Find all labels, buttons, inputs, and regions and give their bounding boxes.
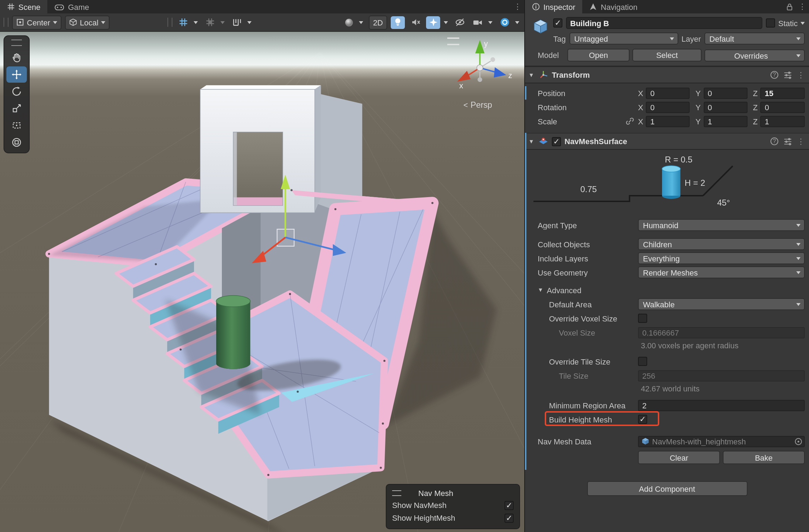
pivot-mode-dropdown[interactable]: Center [12,15,61,29]
help-icon[interactable]: ? [770,71,779,79]
static-dropdown-arrow[interactable] [801,22,805,24]
legend-drag-handle-icon[interactable] [392,490,401,496]
agent-type-dropdown[interactable]: Humanoid [638,219,805,231]
2d-mode-button[interactable]: 2D [369,15,387,29]
position-x-field[interactable]: 0 [646,87,690,99]
camera-dropdown-arrow[interactable] [486,16,494,29]
show-heightmesh-checkbox[interactable] [504,513,514,522]
building-model[interactable] [48,85,433,521]
gizmo-z-label[interactable]: z [508,71,512,80]
green-cylinder[interactable] [216,296,250,369]
tool-palette-handle[interactable] [11,40,22,46]
link-scale-icon[interactable] [625,117,634,126]
shading-mode-button[interactable] [342,16,356,29]
clear-button[interactable]: Clear [638,451,720,464]
scene-lighting-button[interactable] [391,16,405,29]
position-z-field[interactable]: 15 [761,87,805,99]
model-select-button[interactable]: Select [632,49,702,61]
tag-value: Untagged [574,35,608,43]
grid-dropdown-arrow[interactable] [192,16,200,29]
scene-toolbar: Center Local 2D [0,13,524,32]
snap-settings-button[interactable] [203,16,217,29]
component-tools-button[interactable] [497,16,512,29]
navmeshsurface-enabled-checkbox[interactable] [552,137,561,146]
scene-visibility-button[interactable] [453,16,467,29]
snap-increment-dropdown-arrow[interactable] [246,16,253,29]
gameobject-active-checkbox[interactable] [553,18,562,28]
model-prefab-icon[interactable] [528,16,553,45]
gameobject-name-field[interactable]: Building B [566,17,763,29]
model-open-button[interactable]: Open [567,49,630,61]
tab-scene[interactable]: Scene [0,0,47,13]
view-hand-tool[interactable] [6,49,27,66]
inspector-menu-icon[interactable]: ⋮ [798,3,806,11]
collect-objects-dropdown[interactable]: Children [638,238,805,250]
override-tile-size-checkbox[interactable] [638,357,647,366]
rotation-z-field[interactable]: 0 [761,101,805,113]
axis-x-label: X [638,103,643,111]
build-height-mesh-checkbox[interactable] [638,415,647,424]
use-geometry-dropdown[interactable]: Render Meshes [638,266,805,278]
minimum-region-area-field[interactable]: 2 [638,400,805,411]
rotation-x-field[interactable]: 0 [646,101,690,113]
grid-visibility-button[interactable] [176,16,190,29]
override-voxel-size-checkbox[interactable] [638,314,647,323]
orientation-mode-dropdown[interactable]: Local [65,15,110,29]
toolbar-drag-handle-2[interactable] [168,18,173,27]
bake-button[interactable]: Bake [723,451,805,464]
persp-label[interactable]: Persp [471,100,492,110]
scene-tab-menu-icon[interactable]: ⋮ [514,3,521,11]
component-tools-dropdown-arrow[interactable] [513,16,521,29]
model-overrides-dropdown[interactable]: Overrides [704,49,805,61]
presets-icon[interactable] [784,71,792,79]
scale-x-field[interactable]: 1 [646,116,690,127]
position-y-field[interactable]: 0 [703,87,747,99]
lock-icon[interactable] [786,2,793,11]
audio-mute-button[interactable] [408,16,423,29]
rotation-label: Rotation [525,103,638,111]
tab-navigation[interactable]: Navigation [583,0,645,13]
move-tool[interactable] [6,66,27,83]
help-icon[interactable]: ? [770,137,779,146]
snap-increment-button[interactable] [230,16,244,29]
layer-dropdown[interactable]: Default [704,32,805,45]
object-picker-icon[interactable] [794,437,803,445]
rect-tool[interactable] [6,117,27,134]
show-navmesh-checkbox[interactable] [504,501,514,510]
include-layers-dropdown[interactable]: Everything [638,252,805,264]
rotation-y-field[interactable]: 0 [703,101,747,113]
snap-dropdown-arrow[interactable] [219,16,226,29]
navmeshsurface-menu-icon[interactable]: ⋮ [797,137,805,145]
effects-dropdown-arrow[interactable] [442,16,449,29]
tab-game[interactable]: Game [47,0,96,13]
effects-toggle-button[interactable] [426,16,440,29]
tab-inspector[interactable]: Inspector [525,0,583,13]
gizmo-y-label[interactable]: y [484,39,488,48]
scale-z-field[interactable]: 1 [761,116,805,127]
shading-dropdown-arrow[interactable] [358,16,365,29]
advanced-foldout-icon[interactable]: ▼ [538,287,543,293]
navmeshsurface-title: NavMeshSurface [565,137,767,146]
tag-dropdown[interactable]: Untagged [569,32,678,45]
transform-foldout-icon[interactable]: ▼ [528,72,535,78]
gizmo-x-label[interactable]: x [459,81,463,90]
navmeshsurface-header[interactable]: ▼ NavMeshSurface ? ⋮ [525,133,809,150]
navmeshsurface-foldout-icon[interactable]: ▼ [528,138,535,144]
default-area-dropdown[interactable]: Walkable [638,298,805,310]
scale-y-field[interactable]: 1 [703,116,747,127]
nav-mesh-data-field[interactable]: NavMesh-with_heightmesh [638,436,805,447]
add-component-button[interactable]: Add Component [587,481,747,496]
rotate-tool[interactable] [6,83,27,100]
transform-header[interactable]: ▼ Transform ? ⋮ [525,66,809,83]
scene-viewport[interactable]: x y z < Persp [0,32,524,532]
transform-menu-icon[interactable]: ⋮ [797,71,805,79]
scene-3d-canvas[interactable]: x y z < Persp [0,32,524,532]
overlays-menu-handle[interactable] [447,37,459,45]
scene-camera-button[interactable] [471,16,485,29]
orientation-gizmo[interactable]: x y z < Persp [457,39,512,110]
presets-icon[interactable] [784,137,792,146]
toolbar-drag-handle[interactable] [4,18,8,27]
static-checkbox[interactable] [766,18,775,28]
transform-tool[interactable] [6,134,27,150]
scale-tool[interactable] [6,100,27,117]
